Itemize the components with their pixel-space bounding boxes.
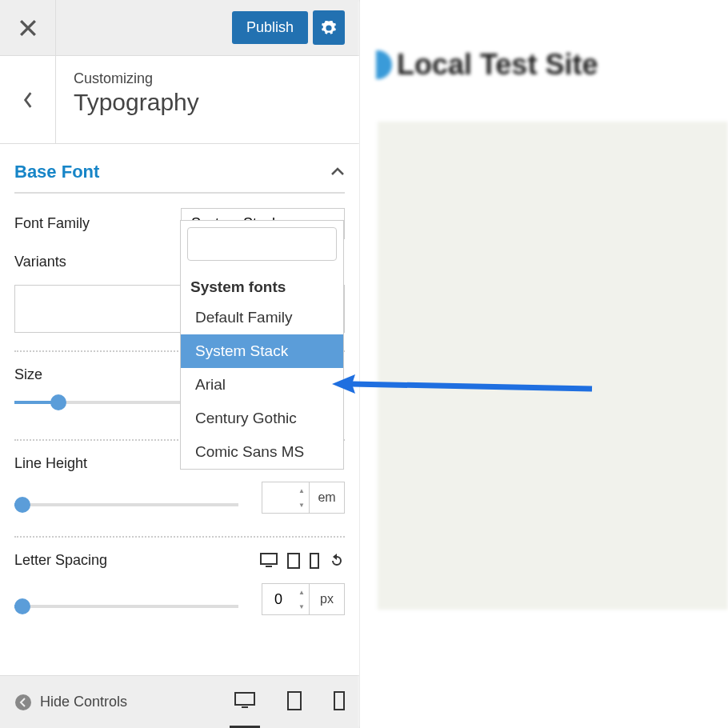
tablet-icon: [287, 691, 302, 710]
breadcrumb: Customizing: [74, 70, 342, 87]
svg-point-4: [15, 694, 31, 710]
letter-spacing-label: Letter Spacing: [14, 552, 107, 569]
dropdown-item[interactable]: System Stack: [181, 334, 343, 368]
dropdown-group-label: System fonts: [181, 267, 343, 301]
preview-content: [378, 122, 728, 610]
letter-spacing-unit: px: [310, 583, 345, 615]
svg-rect-3: [310, 554, 318, 568]
letter-spacing-slider[interactable]: [14, 602, 238, 611]
variants-label: Variants: [14, 254, 66, 270]
tablet-icon[interactable]: [287, 553, 300, 569]
preview-mobile[interactable]: [334, 691, 345, 714]
font-family-label: Font Family: [14, 215, 90, 232]
settings-button[interactable]: [313, 10, 345, 45]
svg-rect-0: [261, 554, 277, 564]
site-title: Local Test Site: [376, 48, 728, 82]
reset-icon[interactable]: [329, 553, 345, 569]
dropdown-item[interactable]: Comic Sans MS: [181, 435, 343, 469]
chevron-up-icon: [330, 166, 345, 176]
chevron-left-icon: [23, 92, 33, 108]
svg-rect-7: [288, 692, 301, 710]
font-search-input[interactable]: [187, 227, 337, 261]
collapse-left-icon: [14, 694, 32, 711]
customizer-header: Publish: [0, 0, 359, 56]
customizer-footer: Hide Controls: [0, 675, 359, 728]
collapse-button[interactable]: [330, 165, 345, 179]
section-base-font[interactable]: Base Font: [14, 162, 99, 182]
stepper-down[interactable]: ▼: [295, 498, 308, 512]
preview-tablet[interactable]: [287, 691, 302, 714]
desktop-icon: [234, 692, 255, 710]
customizer-subheader: Customizing Typography: [0, 56, 359, 144]
close-button[interactable]: [0, 0, 56, 56]
svg-rect-6: [242, 706, 248, 708]
dropdown-item[interactable]: Arial: [181, 368, 343, 402]
page-title: Typography: [74, 89, 342, 116]
dropdown-item[interactable]: Default Family: [181, 301, 343, 334]
customizer-content: Base Font Font Family System Stack Varia…: [0, 144, 359, 675]
hide-controls-button[interactable]: Hide Controls: [14, 694, 127, 711]
svg-rect-5: [235, 693, 254, 705]
svg-rect-2: [288, 554, 299, 568]
stepper-up[interactable]: ▲: [295, 585, 308, 599]
svg-rect-1: [266, 566, 272, 567]
close-icon: [19, 19, 37, 37]
desktop-icon[interactable]: [260, 553, 278, 569]
mobile-icon: [334, 691, 345, 710]
gear-icon: [322, 21, 336, 35]
line-height-unit: em: [310, 482, 345, 514]
font-family-dropdown-panel: System fonts Default Family System Stack…: [180, 220, 344, 470]
site-preview: Local Test Site: [360, 0, 728, 728]
publish-button[interactable]: Publish: [232, 11, 308, 44]
line-height-slider[interactable]: [14, 500, 238, 510]
line-height-label: Line Height: [14, 455, 87, 472]
stepper-up[interactable]: ▲: [295, 483, 308, 498]
svg-rect-8: [334, 692, 344, 710]
dropdown-item[interactable]: Century Gothic: [181, 402, 343, 435]
back-button[interactable]: [0, 56, 56, 143]
customizer-sidebar: Publish Customizing Typography Base Font…: [0, 0, 360, 728]
preview-desktop[interactable]: [234, 692, 255, 713]
size-label: Size: [14, 366, 42, 383]
stepper-down[interactable]: ▼: [295, 599, 308, 614]
mobile-icon[interactable]: [310, 553, 319, 569]
